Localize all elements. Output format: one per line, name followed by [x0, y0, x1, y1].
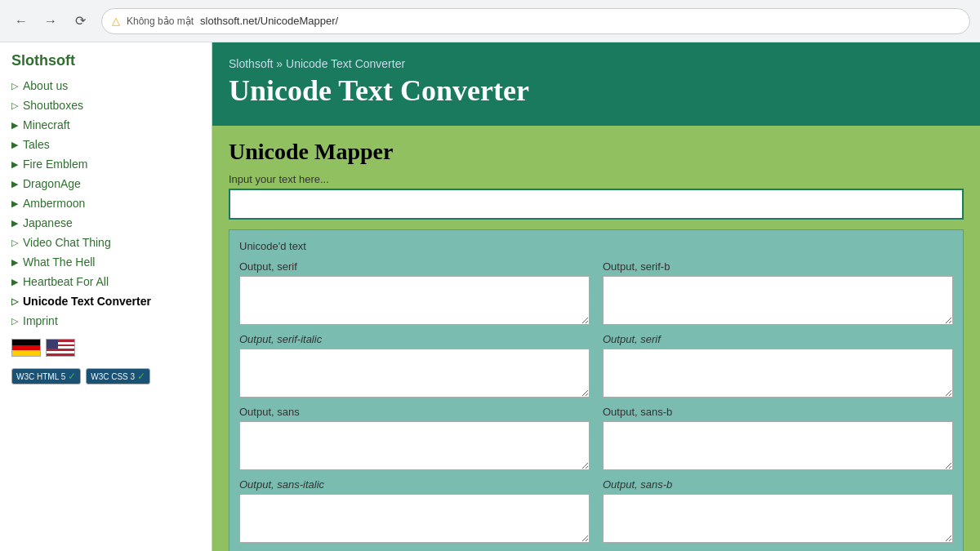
output-label-sans-bold: Output, sans-b	[603, 406, 953, 418]
validator-html[interactable]: W3C HTML 5 ✓	[11, 368, 81, 384]
address-bar[interactable]: △ Không bảo mật slothsoft.net/UnicodeMap…	[101, 8, 970, 34]
sidebar-label-12: Imprint	[23, 314, 58, 327]
validator-css[interactable]: W3C CSS 3 ✓	[86, 368, 150, 384]
sidebar-arrow-12: ▷	[11, 316, 18, 327]
output-textarea-serif-bold-italic[interactable]	[603, 349, 953, 398]
outputs-container: Unicode'd text Output, serifOutput, seri…	[229, 229, 964, 551]
sidebar-item-3[interactable]: ▶Tales	[0, 135, 212, 154]
output-textarea-serif-bold[interactable]	[603, 276, 953, 325]
output-textarea-serif-italic[interactable]	[239, 349, 590, 398]
sidebar-title: Slothsoft	[0, 42, 212, 76]
sidebar-arrow-2: ▶	[11, 120, 18, 131]
insecure-label: Không bảo mật	[127, 16, 194, 27]
sidebar: Slothsoft ▷About us▷Shoutboxes▶Minecraft…	[0, 42, 212, 551]
sidebar-label-2: Minecraft	[23, 118, 70, 131]
breadcrumb-site: Slothsoft	[229, 57, 273, 70]
output-group-sans-bold-italic: Output, sans-b	[603, 478, 953, 543]
sidebar-item-7[interactable]: ▶Japanese	[0, 213, 212, 233]
sidebar-flags	[0, 331, 212, 365]
reload-button[interactable]: ⟳	[69, 10, 91, 33]
breadcrumb-sep: »	[273, 57, 286, 70]
sidebar-items-container: ▷About us▷Shoutboxes▶Minecraft▶Tales▶Fir…	[0, 76, 212, 331]
output-group-sans-bold: Output, sans-b	[603, 406, 953, 470]
sidebar-item-4[interactable]: ▶Fire Emblem	[0, 154, 212, 174]
sidebar-label-10: Heartbeat For All	[23, 275, 109, 288]
breadcrumb-page: Unicode Text Converter	[286, 57, 405, 70]
sidebar-item-6[interactable]: ▶Ambermoon	[0, 193, 212, 213]
output-group-sans: Output, sans	[239, 406, 590, 470]
output-textarea-sans-italic[interactable]	[239, 494, 590, 543]
sidebar-item-0[interactable]: ▷About us	[0, 76, 212, 96]
forward-button[interactable]: →	[39, 10, 62, 33]
flag-german[interactable]	[11, 339, 41, 357]
sidebar-arrow-3: ▶	[11, 140, 18, 150]
sidebar-item-12[interactable]: ▷Imprint	[0, 311, 212, 331]
sidebar-label-3: Tales	[23, 138, 50, 151]
validator-css-check: ✓	[137, 371, 145, 382]
output-group-sans-italic: Output, sans-italic	[239, 478, 590, 543]
page-layout: Slothsoft ▷About us▷Shoutboxes▶Minecraft…	[0, 42, 980, 551]
main-header: Slothsoft » Unicode Text Converter Unico…	[212, 42, 980, 126]
output-label-serif-bold-italic: Output, serif	[603, 333, 953, 345]
sidebar-arrow-9: ▶	[11, 257, 18, 268]
page-title: Unicode Mapper	[229, 139, 964, 165]
output-group-serif-bold: Output, serif-b	[603, 260, 953, 325]
output-label-sans-bold-italic: Output, sans-b	[603, 478, 953, 491]
nav-buttons: ← → ⟳	[10, 10, 91, 33]
output-label-sans-italic: Output, sans-italic	[239, 478, 590, 491]
sidebar-item-5[interactable]: ▶DragonAge	[0, 174, 212, 193]
output-group-serif-bold-italic: Output, serif	[603, 333, 953, 398]
url-display: slothsoft.net/UnicodeMapper/	[200, 15, 338, 27]
sidebar-label-11: Unicode Text Converter	[23, 295, 151, 308]
output-textarea-sans-bold-italic[interactable]	[603, 494, 953, 543]
sidebar-label-1: Shoutboxes	[23, 99, 83, 112]
sidebar-item-2[interactable]: ▶Minecraft	[0, 115, 212, 135]
sidebar-label-6: Ambermoon	[23, 197, 85, 210]
validator-html-check: ✓	[68, 371, 76, 382]
sidebar-item-1[interactable]: ▷Shoutboxes	[0, 96, 212, 115]
text-input[interactable]	[229, 189, 964, 220]
sidebar-arrow-10: ▶	[11, 277, 18, 287]
back-button[interactable]: ←	[10, 10, 33, 33]
sidebar-arrow-0: ▷	[11, 81, 18, 91]
header-breadcrumb: Slothsoft » Unicode Text Converter	[229, 57, 964, 70]
sidebar-item-10[interactable]: ▶Heartbeat For All	[0, 272, 212, 291]
sidebar-label-5: DragonAge	[23, 177, 81, 190]
main-content: Slothsoft » Unicode Text Converter Unico…	[212, 42, 980, 551]
output-label-sans: Output, sans	[239, 406, 590, 418]
sidebar-label-7: Japanese	[23, 216, 73, 229]
sidebar-item-9[interactable]: ▶What The Hell	[0, 252, 212, 272]
sidebar-label-8: Video Chat Thing	[23, 236, 111, 249]
output-textarea-serif[interactable]	[239, 276, 590, 325]
output-label-serif-bold: Output, serif-b	[603, 260, 953, 273]
output-group-serif-italic: Output, serif-italic	[239, 333, 590, 398]
sidebar-arrow-7: ▶	[11, 218, 18, 229]
output-textarea-sans[interactable]	[239, 421, 590, 470]
output-label-serif-italic: Output, serif-italic	[239, 333, 590, 345]
output-textarea-sans-bold[interactable]	[603, 421, 953, 470]
warning-icon: △	[112, 15, 120, 27]
header-title: Unicode Text Converter	[229, 73, 964, 108]
output-label-serif: Output, serif	[239, 260, 590, 273]
sidebar-arrow-6: ▶	[11, 198, 18, 209]
sidebar-label-4: Fire Emblem	[23, 158, 87, 171]
browser-chrome: ← → ⟳ △ Không bảo mật slothsoft.net/Unic…	[0, 0, 980, 42]
outputs-grid: Output, serifOutput, serif-bOutput, seri…	[239, 260, 953, 543]
sidebar-item-11[interactable]: ▷Unicode Text Converter	[0, 291, 212, 311]
input-label: Input your text here...	[229, 173, 964, 185]
sidebar-arrow-5: ▶	[11, 179, 18, 189]
sidebar-label-0: About us	[23, 79, 68, 92]
sidebar-arrow-8: ▷	[11, 238, 18, 248]
sidebar-validators: W3C HTML 5 ✓ W3C CSS 3 ✓	[0, 365, 212, 393]
sidebar-arrow-11: ▷	[11, 296, 18, 307]
output-group-serif: Output, serif	[239, 260, 590, 325]
main-body: Unicode Mapper Input your text here... U…	[212, 126, 980, 551]
sidebar-arrow-4: ▶	[11, 159, 18, 170]
sidebar-item-8[interactable]: ▷Video Chat Thing	[0, 233, 212, 252]
sidebar-label-9: What The Hell	[23, 256, 95, 269]
flag-us[interactable]	[46, 339, 75, 357]
sidebar-arrow-1: ▷	[11, 100, 18, 111]
outputs-section-label: Unicode'd text	[239, 240, 953, 252]
